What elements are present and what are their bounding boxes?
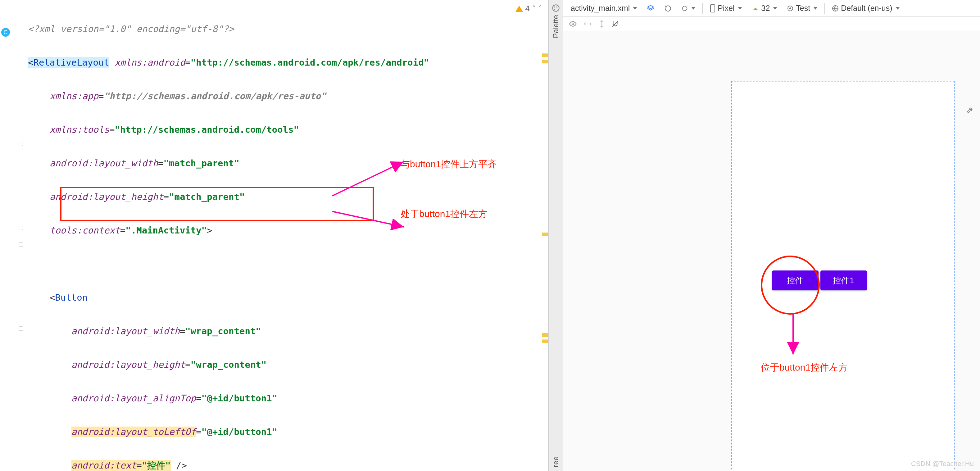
attr: android:text — [72, 460, 137, 471]
theme-name: Test — [796, 4, 810, 13]
locale-name: Default (en-us) — [841, 4, 892, 13]
pan-vertical-icon[interactable] — [599, 19, 605, 29]
svg-point-4 — [557, 6, 558, 8]
chevron-up-icon[interactable]: ˄ — [532, 5, 536, 13]
attr: android:layout_height — [72, 359, 185, 370]
theme-icon — [786, 5, 794, 12]
design-canvas[interactable]: 控件 控件1 位于button1控件左方 CSDN @Teacher.Hu — [563, 31, 980, 471]
device-selector[interactable]: Pixel — [707, 3, 744, 14]
layout-design-surface: activity_main.xml Pixel 32 Test — [563, 0, 980, 471]
android-icon — [751, 4, 759, 13]
file-selector[interactable]: activity_main.xml — [568, 3, 640, 14]
attr: xmlns:android — [115, 57, 185, 68]
code-content-area[interactable]: <?xml version="1.0" encoding="utf-8"?> <… — [28, 4, 529, 471]
design-surface-toggle[interactable] — [644, 3, 657, 14]
moon-icon — [681, 5, 688, 12]
watermark-text: CSDN @Teacher.Hu — [911, 460, 974, 468]
pan-horizontal-icon[interactable] — [583, 21, 592, 27]
val: .MainActivity — [131, 225, 202, 236]
val: wrap_content — [191, 326, 256, 336]
attr: android:layout_width — [72, 326, 180, 336]
svg-point-5 — [554, 9, 555, 10]
svg-point-2 — [553, 5, 559, 11]
fold-toggle-icon[interactable] — [19, 226, 23, 230]
design-view-options-bar — [563, 17, 980, 31]
layers-icon — [646, 4, 655, 13]
orientation-toggle[interactable] — [662, 3, 675, 14]
view-options-icon[interactable] — [569, 20, 577, 28]
separator — [824, 3, 825, 14]
attr: android:layout_alignTop — [72, 393, 196, 404]
palette-icon — [552, 4, 560, 13]
val: match_parent — [174, 192, 239, 202]
globe-icon — [832, 5, 839, 12]
attr: tools:context — [50, 225, 120, 236]
val: wrap_content — [196, 359, 261, 370]
fold-toggle-icon[interactable] — [19, 142, 23, 146]
editor-gutter: C — [0, 0, 22, 471]
palette-tab-label: Palette — [552, 15, 560, 38]
fold-toggle-icon[interactable] — [19, 243, 23, 247]
svg-point-3 — [554, 6, 555, 8]
attr: android:layout_height — [50, 192, 164, 202]
separator — [702, 3, 703, 14]
svg-point-13 — [572, 23, 574, 25]
gutter-change-marker[interactable]: C — [1, 28, 10, 37]
theme-selector[interactable]: Test — [784, 3, 820, 14]
annotation-text: 位于button1控件左方 — [761, 361, 848, 374]
api-level-selector[interactable]: 32 — [749, 3, 780, 14]
fold-toggle-icon[interactable] — [19, 326, 23, 331]
device-name: Pixel — [718, 4, 734, 13]
magnet-icon[interactable] — [611, 20, 619, 28]
inspection-stripe[interactable] — [542, 53, 548, 57]
rotate-icon — [664, 4, 672, 13]
annotation-highlight-circle — [761, 255, 820, 315]
phone-icon — [710, 4, 716, 13]
inspection-stripe[interactable] — [542, 333, 548, 337]
inspection-stripe[interactable] — [542, 233, 548, 236]
attr: android:layout_width — [50, 158, 158, 169]
val: http://schemas.android.com/tools — [120, 125, 294, 135]
svg-point-6 — [682, 6, 687, 11]
val: 控件 — [147, 460, 165, 471]
inspection-stripe[interactable] — [542, 60, 548, 64]
file-name: activity_main.xml — [571, 4, 630, 13]
locale-selector[interactable]: Default (en-us) — [829, 3, 902, 14]
component-tree-tab[interactable]: ree — [548, 446, 563, 471]
val: match_parent — [169, 158, 234, 169]
val: @+id/button1 — [207, 426, 272, 437]
attr: xmlns:tools — [50, 125, 109, 135]
val: @+id/button1 — [207, 393, 272, 404]
code-text: <?xml version="1.0" encoding="utf-8"?> — [28, 24, 234, 34]
svg-rect-7 — [711, 5, 715, 12]
design-toolbar: activity_main.xml Pixel 32 Test — [563, 0, 980, 17]
svg-point-8 — [754, 8, 754, 9]
svg-point-9 — [756, 8, 757, 9]
val: http://schemas.android.com/apk/res-auto — [109, 91, 321, 101]
api-level: 32 — [761, 4, 770, 13]
val: http://schemas.android.com/apk/res/andro… — [196, 57, 423, 68]
svg-point-11 — [789, 8, 791, 9]
tag: RelativeLayout — [33, 57, 109, 68]
xml-code-editor[interactable]: C 4 ˄ ˅ <?xml version="1.0" encoding="ut… — [0, 0, 548, 471]
tree-tab-label: ree — [552, 457, 560, 467]
tag: Button — [55, 292, 88, 303]
annotation-text: 与button1控件上方平齐 — [401, 158, 497, 171]
chevron-down-icon[interactable]: ˅ — [538, 5, 541, 13]
annotation-text: 处于button1控件左方 — [401, 208, 487, 220]
night-mode-toggle[interactable] — [679, 4, 698, 13]
inspection-stripe[interactable] — [542, 340, 548, 343]
palette-tool-window-tab[interactable]: Palette — [548, 0, 563, 471]
attr: android:layout_toLeftOf — [72, 426, 196, 437]
preview-button-center[interactable]: 控件1 — [820, 270, 867, 291]
attr: xmlns:app — [50, 91, 99, 101]
wrench-icon[interactable] — [966, 106, 974, 116]
